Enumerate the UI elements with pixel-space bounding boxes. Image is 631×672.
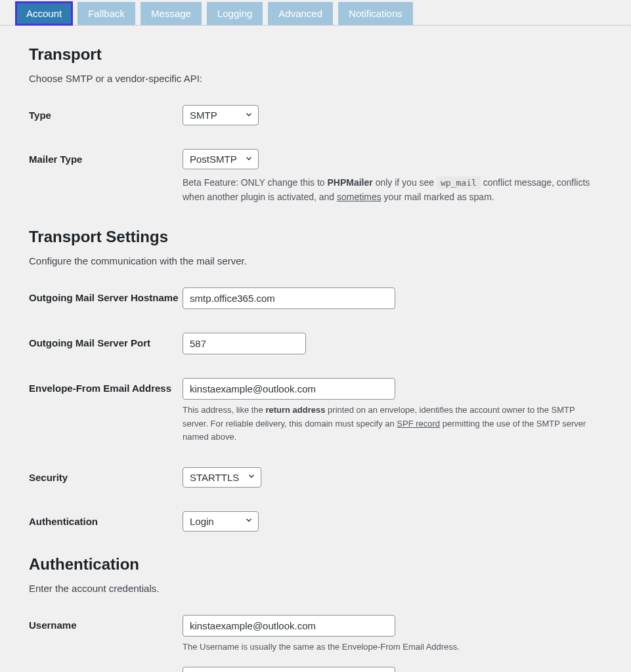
security-select[interactable]: STARTTLS [183, 467, 261, 488]
type-label: Type [29, 105, 183, 122]
mailer-type-select[interactable]: PostSMTP [183, 149, 259, 169]
port-input[interactable] [183, 333, 306, 354]
mailer-help-text: Beta Feature: ONLY change this to PHPMai… [183, 176, 602, 204]
envelope-from-label: Envelope-From Email Address [29, 378, 183, 395]
hostname-input[interactable] [183, 287, 395, 309]
authentication-section: Authentication Enter the account credent… [29, 555, 602, 672]
envelope-help-text: This address, like the return address pr… [183, 404, 602, 443]
hostname-label: Outgoing Mail Server Hostname [29, 287, 183, 304]
mailer-type-label: Mailer Type [29, 149, 183, 166]
username-input[interactable] [183, 615, 395, 637]
tab-logging[interactable]: Logging [207, 2, 263, 25]
tabs-bar: Account Fallback Message Logging Advance… [0, 0, 631, 26]
envelope-from-input[interactable] [183, 378, 395, 400]
tab-fallback[interactable]: Fallback [77, 2, 135, 25]
authentication-desc: Enter the account credentials. [29, 583, 602, 594]
transport-section: Transport Choose SMTP or a vendor-specif… [29, 45, 602, 204]
username-help-text: The Username is usually the same as the … [183, 640, 602, 654]
transport-desc: Choose SMTP or a vendor-specific API: [29, 73, 602, 84]
type-select[interactable]: SMTP [183, 105, 259, 125]
content-area: Transport Choose SMTP or a vendor-specif… [0, 26, 631, 672]
authentication-label: Authentication [29, 511, 183, 528]
transport-settings-heading: Transport Settings [29, 228, 602, 246]
authentication-heading: Authentication [29, 555, 602, 574]
tab-message[interactable]: Message [141, 2, 202, 25]
transport-heading: Transport [29, 45, 602, 64]
password-input[interactable] [183, 667, 395, 672]
tab-notifications[interactable]: Notifications [338, 2, 413, 25]
tab-advanced[interactable]: Advanced [268, 2, 333, 25]
port-label: Outgoing Mail Server Port [29, 333, 183, 350]
authentication-select[interactable]: Login [183, 511, 259, 532]
password-label: Password [29, 667, 183, 672]
username-label: Username [29, 615, 183, 632]
security-label: Security [29, 467, 183, 484]
tab-account[interactable]: Account [16, 2, 72, 25]
transport-settings-desc: Configure the communication with the mai… [29, 255, 602, 266]
transport-settings-section: Transport Settings Configure the communi… [29, 228, 602, 531]
